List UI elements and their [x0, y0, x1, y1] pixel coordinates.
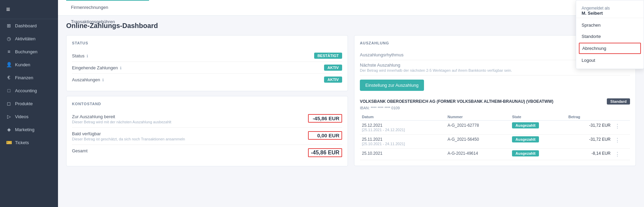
tx-date-sub: [25.11.2021 - 24.12.2021] [362, 128, 443, 132]
page-title: Online-Zahlungs-Dashboard [66, 22, 636, 30]
sidebar-label-dashboard: Dashboard [15, 23, 37, 28]
state-badge: Ausgezahlt [512, 150, 539, 156]
table-row: 25.10.2021 A-G-2021-49614 Ausgezahlt -8,… [360, 149, 630, 160]
dropdown-item-abrechnung[interactable]: Abrechnung [579, 43, 641, 54]
left-column: STATUS Status ℹ BESTÄTIGT Eingehende Zah… [66, 35, 348, 166]
status-row-label: Auszahlungen ℹ [72, 77, 104, 82]
balance-amount: -45,86 EUR [308, 114, 342, 123]
status-row-label: Eingehende Zahlungen ℹ [72, 65, 121, 70]
dropdown-item-standorte[interactable]: Standorte [576, 31, 644, 42]
more-options-icon[interactable]: ⋮ [615, 151, 620, 157]
balance-card: KONTOSTAND Zur Auszahlung bereit Dieser … [66, 96, 348, 166]
dropdown-username: M. Seibert [582, 11, 638, 16]
sidebar-label-marketing: Marketing [15, 127, 34, 132]
sidebar-label-produkte: Produkte [15, 101, 33, 106]
tx-date: 25.11.2021 [25.10.2021 - 24.11.2021] [360, 135, 445, 149]
dropdown-header: Angemeldet als M. Seibert [576, 3, 644, 18]
balance-row-sublabel: Dieser Betrag wird mit der nächsten Ausz… [72, 120, 308, 124]
state-badge: Ausgezahlt [512, 136, 539, 142]
table-header: Betrag [566, 113, 613, 121]
naechste-sublabel: Der Betrag wird innerhalb der nächsten 2… [360, 68, 512, 72]
sidebar-icon-marketing: ◈ [6, 127, 12, 132]
tx-nummer: A-G_2021-56450 [445, 135, 510, 149]
einstellung-button[interactable]: Einstellung zur Auszahlung [360, 80, 424, 91]
status-section-title: STATUS [72, 41, 342, 45]
dropdown-logged-in-label: Angemeldet als [582, 6, 610, 11]
rhythmus-label: Auszahlungsrhythmus [360, 52, 404, 57]
balance-amount: 0,00 EUR [308, 131, 342, 140]
sidebar-label-accounting: Accounting [15, 88, 37, 93]
sidebar-icon-buchungen: ≡ [6, 49, 12, 54]
balance-row-label: Zur Auszahlung bereit Dieser Betrag wird… [72, 114, 308, 124]
sidebar-label-kunden: Kunden [15, 62, 30, 67]
sidebar-item-buchungen[interactable]: ≡ Buchungen [0, 45, 58, 58]
tx-date: 25.10.2021 [360, 149, 445, 160]
two-column-layout: STATUS Status ℹ BESTÄTIGT Eingehende Zah… [66, 35, 636, 166]
tx-state: Ausgezahlt [510, 135, 566, 149]
tx-state: Ausgezahlt [510, 121, 566, 135]
info-icon: ℹ [102, 78, 104, 82]
sidebar-item-tickets[interactable]: 🎫 Tickets [0, 136, 58, 149]
tx-date-sub: [25.10.2021 - 24.11.2021] [362, 142, 443, 146]
balance-section-title: KONTOSTAND [72, 102, 342, 106]
user-dropdown: Angemeldet als M. Seibert SprachenStando… [576, 0, 644, 69]
balance-row-label: Bald verfügbar Dieser Betrag ist geschät… [72, 131, 308, 141]
sidebar-logo: ≡ [0, 0, 58, 19]
info-icon: ℹ [120, 66, 121, 70]
tx-date: 25.12.2021 [25.11.2021 - 24.12.2021] [360, 121, 445, 135]
sidebar-icon-tickets: 🎫 [6, 140, 12, 145]
status-row-label: Status ℹ [72, 53, 88, 58]
dropdown-item-logout[interactable]: Logout [576, 55, 644, 66]
sidebar-label-videos: Videos [15, 114, 29, 119]
sidebar-item-kunden[interactable]: 👤 Kunden [0, 58, 58, 71]
tabs-bar: Online Zahlungen & AuszahlungenFirmenrec… [58, 0, 644, 16]
sidebar-item-accounting[interactable]: □ Accounting [0, 84, 58, 97]
sidebar-item-produkte[interactable]: ◻ Produkte [0, 97, 58, 110]
dropdown-item-sprachen[interactable]: Sprachen [576, 19, 644, 31]
bank-name: VOLKSBANK OBEROESTERREICH AG (FORMER VOL… [360, 99, 553, 104]
sidebar-label-tickets: Tickets [15, 140, 29, 145]
table-row: 25.11.2021 [25.10.2021 - 24.11.2021] A-G… [360, 135, 630, 149]
tx-actions[interactable]: ⋮ [613, 149, 630, 160]
bank-info: VOLKSBANK OBEROESTERREICH AG (FORMER VOL… [360, 98, 630, 105]
sidebar-item-videos[interactable]: ▷ Videos [0, 110, 58, 123]
more-options-icon[interactable]: ⋮ [615, 123, 620, 129]
sidebar-icon-finanzen: € [6, 75, 12, 80]
sidebar-label-buchungen: Buchungen [15, 49, 38, 54]
tx-nummer: A-G_2021-62778 [445, 121, 510, 135]
page-content: Online-Zahlungs-Dashboard STATUS Status … [58, 16, 644, 207]
more-options-icon[interactable]: ⋮ [615, 137, 620, 143]
sidebar-icon-dashboard: ⊞ [6, 23, 12, 28]
transaction-table: DatumNummerStateBetrag 25.12.2021 [25.11… [360, 113, 630, 160]
balance-row: Bald verfügbar Dieser Betrag ist geschät… [72, 128, 342, 145]
state-badge: Ausgezahlt [512, 122, 539, 128]
status-card: STATUS Status ℹ BESTÄTIGT Eingehende Zah… [66, 35, 348, 91]
tab-firmenrechnungen[interactable]: Firmenrechnungen [66, 1, 149, 15]
balance-row: Zur Auszahlung bereit Dieser Betrag wird… [72, 111, 342, 128]
status-row: Auszahlungen ℹ AKTIV [72, 74, 342, 85]
tx-betrag: -31,72 EUR [566, 121, 613, 135]
sidebar-icon-kunden: 👤 [6, 62, 12, 67]
sidebar-icon-produkte: ◻ [6, 101, 12, 106]
status-badge: BESTÄTIGT [314, 53, 342, 59]
table-header: State [510, 113, 566, 121]
tx-actions[interactable]: ⋮ [613, 135, 630, 149]
table-header-actions [613, 113, 630, 121]
bank-iban: IBAN: **** **** **** 0109 [360, 106, 630, 110]
main-content: Online Zahlungen & AuszahlungenFirmenrec… [58, 0, 644, 207]
sidebar-label-aktivitaeten: Aktivitäten [15, 36, 35, 41]
sidebar-item-dashboard[interactable]: ⊞ Dashboard [0, 19, 58, 32]
sidebar-item-marketing[interactable]: ◈ Marketing [0, 123, 58, 136]
table-header: Nummer [445, 113, 510, 121]
status-row: Eingehende Zahlungen ℹ AKTIV [72, 62, 342, 74]
sidebar-item-aktivitaeten[interactable]: ◷ Aktivitäten [0, 32, 58, 45]
table-row: 25.12.2021 [25.11.2021 - 24.12.2021] A-G… [360, 121, 630, 135]
sidebar-item-finanzen[interactable]: € Finanzen [0, 71, 58, 84]
status-badge: AKTIV [324, 65, 342, 71]
table-header: Datum [360, 113, 445, 121]
tx-actions[interactable]: ⋮ [613, 121, 630, 135]
tx-betrag: -8,14 EUR [566, 149, 613, 160]
sidebar-icon-videos: ▷ [6, 114, 12, 119]
status-row: Status ℹ BESTÄTIGT [72, 50, 342, 62]
sidebar: ≡ ⊞ Dashboard ◷ Aktivitäten ≡ Buchungen … [0, 0, 58, 207]
